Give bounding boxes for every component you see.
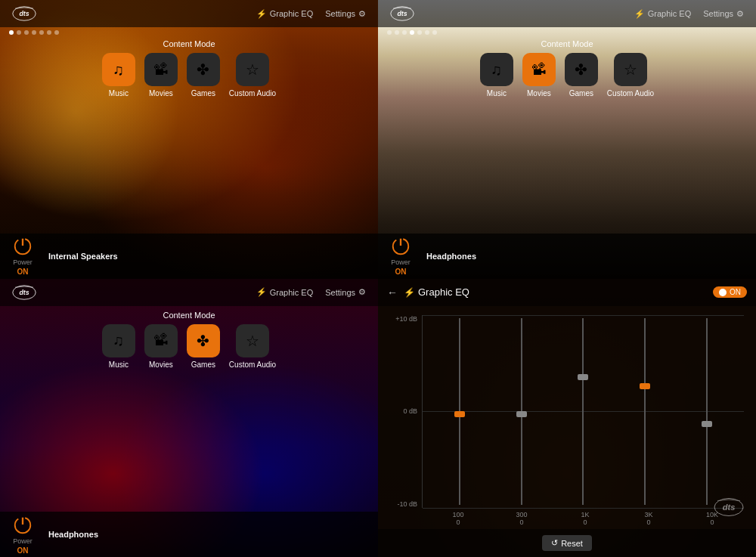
power-section-games: Power ON xyxy=(12,515,33,555)
dts-logo-icon-movies: dts xyxy=(390,5,414,22)
eq-icon-music: ⚡ xyxy=(256,9,267,19)
custom-mode-icon-m: ☆ xyxy=(236,53,269,86)
freq-label-100: 100 xyxy=(452,511,463,518)
settings-nav-games[interactable]: Settings ⚙ xyxy=(325,287,366,297)
games-icon-mv: ✤ xyxy=(565,53,598,86)
dts-logo-icon: dts xyxy=(12,5,36,22)
db-minus10: -10 dB xyxy=(395,500,417,508)
power-label-movies: Power xyxy=(391,258,411,266)
device-label-movies: Headphones xyxy=(426,252,476,261)
content-mode-title-music: Content Mode xyxy=(9,39,369,48)
mode-games-music[interactable]: ✤ Games xyxy=(187,53,220,97)
slider-thumb-3k[interactable] xyxy=(640,383,650,389)
settings-nav-movies[interactable]: Settings ⚙ xyxy=(703,9,744,19)
graphic-eq-nav-games[interactable]: ⚡ Graphic EQ xyxy=(256,287,313,297)
custom-label-g: Custom Audio xyxy=(229,361,276,369)
panel-music: dts ⚡ Graphic EQ Settings ⚙ xyxy=(0,0,378,279)
slider-track-1k xyxy=(582,318,584,506)
back-button[interactable]: ← xyxy=(387,286,398,299)
mode-custom-games[interactable]: ☆ Custom Audio xyxy=(229,324,276,369)
eq-tune-icon: ⚡ xyxy=(404,287,415,298)
power-label-games: Power xyxy=(13,537,33,545)
graphic-eq-nav-movies[interactable]: ⚡ Graphic EQ xyxy=(634,9,691,19)
dts-logo-games: dts xyxy=(12,284,36,301)
custom-mode-label-m: Custom Audio xyxy=(229,89,276,97)
movies-mode-label-m: Movies xyxy=(149,89,173,97)
slider-track-100 xyxy=(459,318,460,506)
music-label-g: Music xyxy=(109,361,129,369)
power-status-games: ON xyxy=(17,546,29,555)
eq-body: +10 dB 0 dB -10 dB xyxy=(378,306,756,530)
bottom-bar-music: Power ON Internal Speakers xyxy=(0,234,378,279)
music-label-mv: Music xyxy=(487,89,507,97)
content-mode-title-movies: Content Mode xyxy=(387,39,747,48)
db-labels: +10 dB 0 dB -10 dB xyxy=(390,315,422,509)
power-icon-games[interactable] xyxy=(12,515,33,536)
freq-col-3k: 3K 0 xyxy=(617,511,680,526)
slider-10k xyxy=(676,318,738,506)
dts-logo-movies: dts xyxy=(390,5,414,22)
device-label-music: Internal Speakers xyxy=(48,252,118,261)
slider-300 xyxy=(491,318,553,506)
mode-music-movies[interactable]: ♫ Music xyxy=(480,53,513,97)
freq-label-300: 300 xyxy=(516,511,527,518)
toggle-dot xyxy=(719,289,727,296)
reset-button[interactable]: ↺ Reset xyxy=(542,535,592,551)
reset-icon: ↺ xyxy=(551,538,558,548)
eq-toggle-label: ON xyxy=(730,288,741,296)
mode-games-movies[interactable]: ✤ Games xyxy=(565,53,598,97)
custom-icon-mv: ☆ xyxy=(614,53,647,86)
mode-movies-games[interactable]: 📽 Movies xyxy=(144,324,178,369)
games-label-mv: Games xyxy=(569,89,593,97)
music-icon-g: ♫ xyxy=(102,324,135,357)
power-icon-music[interactable] xyxy=(12,236,33,257)
mode-buttons-games: ♫ Music 📽 Movies ✤ Games ☆ Custom Audio xyxy=(9,324,369,369)
mode-movies-active[interactable]: 📽 Movies xyxy=(522,53,556,97)
freq-val-300: 0 xyxy=(519,518,523,526)
eq-header: ← ⚡ Graphic EQ ON xyxy=(378,279,756,306)
movies-icon-mv: 📽 xyxy=(522,53,556,86)
settings-nav-music[interactable]: Settings ⚙ xyxy=(325,9,366,19)
mode-buttons-music: ♫ Music 📽 Movies ✤ Games ☆ Custom Audio xyxy=(9,53,369,97)
eq-grid-area xyxy=(422,315,744,509)
dots-music xyxy=(0,27,378,35)
device-label-games: Headphones xyxy=(48,530,98,539)
mode-custom-movies[interactable]: ☆ Custom Audio xyxy=(607,53,654,97)
settings-icon-music: ⚙ xyxy=(358,9,366,19)
graphic-eq-nav-music[interactable]: ⚡ Graphic EQ xyxy=(256,9,313,19)
sliders-container xyxy=(423,315,744,509)
eq-title-area: ⚡ Graphic EQ xyxy=(404,286,469,298)
power-section-movies: Power ON xyxy=(390,236,411,276)
slider-thumb-10k[interactable] xyxy=(702,421,712,427)
mode-games-active[interactable]: ✤ Games xyxy=(187,324,220,369)
navbar-music: dts ⚡ Graphic EQ Settings ⚙ xyxy=(0,0,378,27)
slider-100 xyxy=(429,318,491,506)
freq-label-3k: 3K xyxy=(644,511,652,518)
bottom-bar-games: Power ON Headphones xyxy=(0,512,378,557)
navbar-movies: dts ⚡ Graphic EQ Settings ⚙ xyxy=(378,0,756,27)
freq-val-1k: 0 xyxy=(583,518,587,526)
mode-music-games[interactable]: ♫ Music xyxy=(102,324,135,369)
grid-line-top xyxy=(423,315,744,316)
svg-text:dts: dts xyxy=(19,288,29,296)
power-icon-movies[interactable] xyxy=(390,236,411,257)
music-icon-mv: ♫ xyxy=(480,53,513,86)
mode-movies-music[interactable]: 📽 Movies xyxy=(144,53,178,97)
games-label-g: Games xyxy=(191,361,215,369)
mode-music-active[interactable]: ♫ Music xyxy=(102,53,135,97)
eq-toggle[interactable]: ON xyxy=(713,286,747,298)
music-mode-icon: ♫ xyxy=(102,53,135,86)
dts-logo-eq: dts xyxy=(714,497,744,521)
grid-line-bot xyxy=(423,508,744,509)
dts-logo-icon-games: dts xyxy=(12,284,36,301)
mode-custom-music[interactable]: ☆ Custom Audio xyxy=(229,53,276,97)
slider-thumb-1k[interactable] xyxy=(578,374,588,380)
power-label-music: Power xyxy=(13,258,33,266)
slider-thumb-100[interactable] xyxy=(454,411,465,417)
movies-label-g: Movies xyxy=(149,361,173,369)
content-mode-games: Content Mode ♫ Music 📽 Movies ✤ Games ☆ … xyxy=(0,306,378,413)
eq-title-text: Graphic EQ xyxy=(418,286,469,298)
slider-thumb-300[interactable] xyxy=(516,411,527,417)
db-plus10: +10 dB xyxy=(395,315,417,323)
games-icon-g: ✤ xyxy=(187,324,220,357)
